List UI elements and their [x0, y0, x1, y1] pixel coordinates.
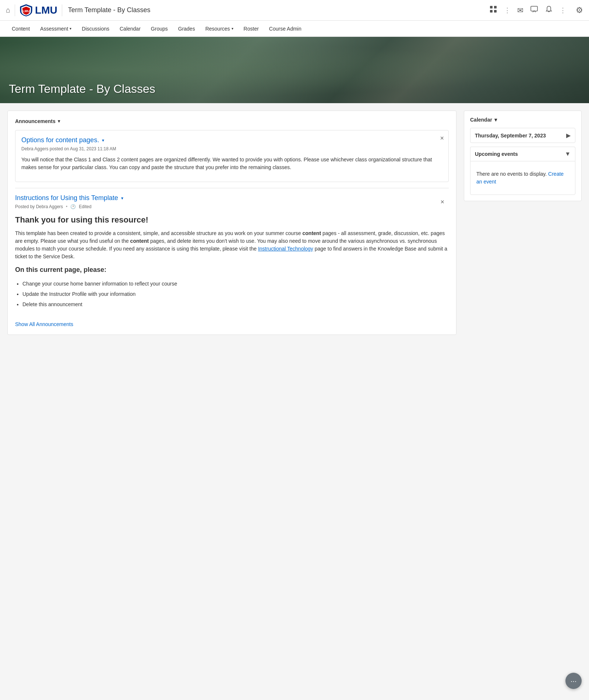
nav-item-roster[interactable]: Roster: [239, 22, 263, 35]
chat-icon[interactable]: [530, 5, 538, 15]
announcement-2-big-title: Thank you for using this resource!: [15, 214, 449, 226]
announcement-2-chevron-icon: ▾: [121, 196, 123, 201]
upcoming-events-chevron-icon[interactable]: ▼: [565, 151, 571, 157]
calendar-date-label: Thursday, September 7, 2023: [475, 133, 546, 139]
announcement-1-title[interactable]: Options for content pages. ▾: [21, 136, 442, 144]
calendar-chevron-icon[interactable]: ▾: [494, 117, 497, 123]
show-all-announcements-link[interactable]: Show All Announcements: [15, 321, 73, 327]
top-nav: ⌂ LMU LMU Term Template - By Classes ⋮ ✉…: [0, 0, 589, 21]
calendar-widget: Calendar ▾ Thursday, September 7, 2023 ▶…: [464, 111, 582, 201]
course-nav: Content Assessment ▾ Discussions Calenda…: [0, 21, 589, 37]
banner-title: Term Template - By Classes: [9, 82, 155, 96]
svg-rect-1: [490, 6, 493, 8]
list-item: Update the Instructor Profile with your …: [22, 289, 449, 299]
announcement-2-bullet-list: Change your course home banner informati…: [15, 279, 449, 309]
nav-item-calendar[interactable]: Calendar: [115, 22, 145, 35]
nav-item-content[interactable]: Content: [7, 22, 34, 35]
mail-icon[interactable]: ✉: [517, 6, 523, 15]
close-announcement-1-button[interactable]: ×: [440, 135, 444, 141]
announcements-header: Announcements ▾: [15, 118, 449, 124]
announcement-1-meta: Debra Aggers posted on Aug 31, 2023 11:1…: [21, 146, 442, 151]
svg-text:LMU: LMU: [22, 9, 30, 13]
calendar-widget-header: Calendar ▾: [470, 117, 575, 123]
nav-dots-1: ⋮: [504, 6, 511, 14]
nav-item-assessment[interactable]: Assessment ▾: [36, 22, 76, 35]
nav-item-grades[interactable]: Grades: [174, 22, 200, 35]
no-events-text: There are no events to display. Create a…: [476, 171, 564, 185]
top-nav-icon-group: ⋮ ✉ ⋮ ⚙: [489, 5, 583, 15]
announcement-1-body: You will notice that the Class 1 and Cla…: [21, 156, 442, 171]
upcoming-events-body: There are no events to display. Create a…: [470, 161, 575, 195]
meta-dot: •: [66, 204, 67, 209]
nav-divider-1: [15, 4, 15, 16]
announcements-divider: [15, 188, 449, 188]
home-icon[interactable]: ⌂: [6, 6, 10, 14]
announcement-1-chevron-icon: ▾: [102, 138, 104, 143]
svg-rect-4: [494, 10, 497, 13]
upcoming-events-label: Upcoming events: [475, 151, 518, 157]
nav-course-title: Term Template - By Classes: [68, 6, 151, 14]
nav-item-discussions[interactable]: Discussions: [77, 22, 114, 35]
list-item: Delete this announcement: [22, 299, 449, 309]
list-item: Change your course home banner informati…: [22, 279, 449, 289]
grid-icon[interactable]: [489, 5, 497, 15]
right-sidebar: Calendar ▾ Thursday, September 7, 2023 ▶…: [464, 111, 582, 201]
main-layout: Announcements ▾ × Options for content pa…: [0, 103, 589, 342]
close-announcement-2-button[interactable]: ×: [440, 199, 444, 205]
announcements-chevron-icon[interactable]: ▾: [58, 119, 60, 124]
chevron-down-icon: ▾: [70, 27, 71, 31]
logo-text: LMU: [35, 4, 57, 16]
announcement-item-2: × Instructions for Using this Template ▾…: [15, 194, 449, 309]
announcement-2-title[interactable]: Instructions for Using this Template ▾: [15, 194, 449, 202]
svg-rect-3: [490, 10, 493, 13]
announcements-panel: Announcements ▾ × Options for content pa…: [7, 111, 456, 335]
gear-icon[interactable]: ⚙: [576, 6, 583, 15]
nav-dots-2: ⋮: [560, 6, 566, 14]
resources-chevron-icon: ▾: [232, 27, 233, 31]
nav-item-groups[interactable]: Groups: [147, 22, 172, 35]
shield-logo-icon: LMU: [20, 4, 33, 17]
lmu-logo[interactable]: LMU LMU: [20, 4, 57, 17]
announcement-2-meta: Posted by Debra Aggers • 🕐 Edited: [15, 204, 449, 209]
instructional-technology-link[interactable]: Instructional Technology: [258, 246, 313, 252]
calendar-date-row: Thursday, September 7, 2023 ▶: [470, 128, 575, 143]
edited-clock-icon: 🕐: [70, 204, 76, 209]
svg-rect-2: [494, 6, 497, 8]
calendar-next-arrow-icon[interactable]: ▶: [566, 132, 571, 139]
announcement-2-body: Thank you for using this resource! This …: [15, 214, 449, 309]
upcoming-events-header: Upcoming events ▼: [470, 147, 575, 161]
announcement-item-1: × Options for content pages. ▾ Debra Agg…: [15, 130, 449, 182]
nav-item-resources[interactable]: Resources ▾: [201, 22, 238, 35]
course-banner: Term Template - By Classes: [0, 37, 589, 103]
bell-icon[interactable]: [545, 5, 553, 15]
announcements-label: Announcements: [15, 118, 56, 124]
calendar-label: Calendar: [470, 117, 492, 123]
nav-item-course-admin[interactable]: Course Admin: [265, 22, 306, 35]
nav-divider-2: [62, 4, 62, 16]
announcement-2-subheading: On this current page, please:: [15, 265, 449, 275]
